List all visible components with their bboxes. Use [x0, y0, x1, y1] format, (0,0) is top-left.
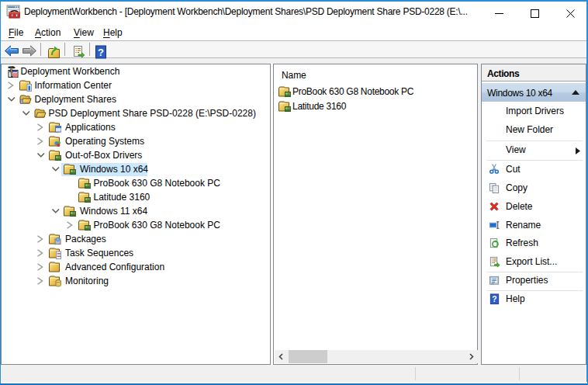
svg-text:?: ?	[98, 47, 104, 58]
svg-text:?: ?	[492, 295, 496, 303]
